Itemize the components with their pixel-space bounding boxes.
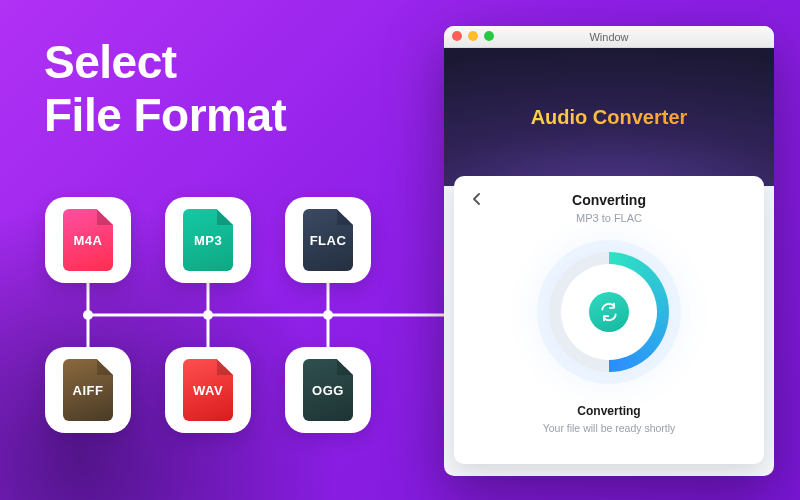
file-icon: AIFF — [63, 359, 113, 421]
svg-point-4 — [83, 310, 93, 320]
svg-point-5 — [203, 310, 213, 320]
format-label: FLAC — [310, 233, 347, 248]
format-label: MP3 — [194, 233, 222, 248]
convert-icon — [589, 292, 629, 332]
headline: Select File Format — [44, 36, 286, 142]
window-titlebar[interactable]: Window — [444, 26, 774, 48]
file-icon: WAV — [183, 359, 233, 421]
card-title: Converting — [572, 192, 646, 208]
format-tile-flac[interactable]: FLAC — [285, 197, 371, 283]
status-title: Converting — [577, 404, 640, 418]
maximize-icon[interactable] — [484, 31, 494, 41]
close-icon[interactable] — [452, 31, 462, 41]
back-button[interactable] — [466, 188, 488, 210]
status-subtitle: Your file will be ready shortly — [543, 422, 676, 434]
minimize-icon[interactable] — [468, 31, 478, 41]
app-hero: Audio Converter — [444, 48, 774, 186]
app-window: Window Audio Converter Converting MP3 to… — [444, 26, 774, 476]
file-icon: M4A — [63, 209, 113, 271]
headline-line2: File Format — [44, 89, 286, 142]
file-icon: FLAC — [303, 209, 353, 271]
format-tile-aiff[interactable]: AIFF — [45, 347, 131, 433]
file-icon: OGG — [303, 359, 353, 421]
card-subtitle: MP3 to FLAC — [576, 212, 642, 224]
format-label: M4A — [74, 233, 103, 248]
format-tile-wav[interactable]: WAV — [165, 347, 251, 433]
window-traffic-lights — [452, 31, 494, 41]
converting-card: Converting MP3 to FLAC — [454, 176, 764, 464]
format-tile-ogg[interactable]: OGG — [285, 347, 371, 433]
headline-line1: Select — [44, 36, 286, 89]
svg-point-6 — [323, 310, 333, 320]
chevron-left-icon — [471, 193, 483, 205]
format-label: OGG — [312, 383, 344, 398]
format-label: WAV — [193, 383, 223, 398]
file-icon: MP3 — [183, 209, 233, 271]
app-brand: Audio Converter — [531, 106, 688, 129]
format-tile-m4a[interactable]: M4A — [45, 197, 131, 283]
format-tile-mp3[interactable]: MP3 — [165, 197, 251, 283]
promo-stage: Select File Format M4A MP3 FLAC AIFF WAV — [0, 0, 800, 500]
format-label: AIFF — [73, 383, 104, 398]
progress-ring — [539, 242, 679, 382]
